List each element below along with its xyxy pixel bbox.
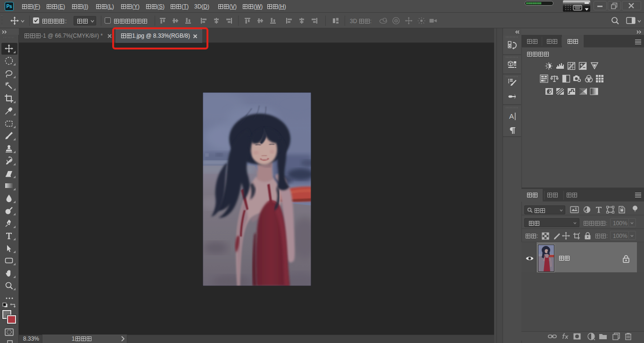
svg-text:A: A bbox=[509, 112, 514, 120]
